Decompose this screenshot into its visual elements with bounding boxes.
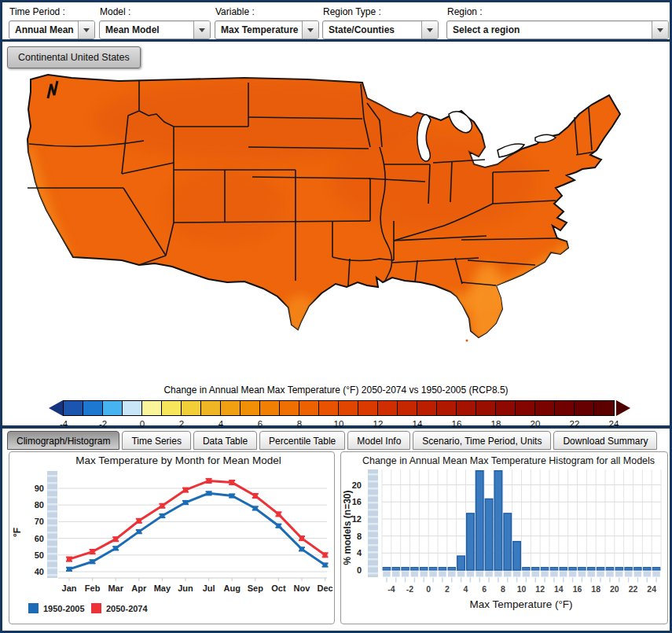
- colorbar-segment: [162, 401, 182, 415]
- bin-base: [550, 572, 557, 577]
- histogram-zero-bar: [634, 568, 641, 571]
- dropdown-3[interactable]: State/Counties: [322, 20, 439, 39]
- colorbar-segment: [555, 401, 575, 415]
- chart-text: Jun: [178, 583, 193, 593]
- colorbar-segment: [142, 401, 162, 415]
- dropdown-arrow-button[interactable]: [193, 21, 210, 39]
- colorbar-tick-label: 2: [179, 419, 184, 429]
- colorbar-left-arrow: [49, 400, 63, 416]
- chart-text: 0: [357, 565, 362, 575]
- bin-base: [383, 572, 390, 577]
- colorbar-segment: [398, 401, 417, 415]
- bin-base: [457, 572, 465, 577]
- dropdown-value: State/Counties: [323, 21, 421, 39]
- chart-text: 40: [35, 567, 44, 576]
- histogram-zero-bar: [429, 568, 436, 571]
- histogram-zero-bar: [560, 568, 567, 571]
- scrollbar-stripe: [368, 502, 378, 504]
- data-marker: [67, 558, 72, 561]
- dropdown-arrow-button[interactable]: [302, 21, 318, 39]
- scrollbar-stripe: [368, 558, 378, 561]
- data-marker: [113, 547, 118, 550]
- histogram-svg: Change in Annual Mean Max Temperature Hi…: [341, 452, 667, 624]
- dropdown-0[interactable]: Annual Mean: [9, 20, 95, 39]
- bin-tick: [582, 578, 583, 583]
- colorbar-segment: [516, 401, 535, 415]
- bin-tick: [647, 578, 648, 583]
- region-tab-continental-us[interactable]: Continental United States: [7, 46, 141, 68]
- colorbar-tick-label: 0: [140, 419, 145, 429]
- data-marker: [323, 564, 328, 567]
- scrollbar-stripe: [368, 551, 378, 554]
- histogram-zero-bar: [615, 568, 622, 571]
- colorbar-segment: [64, 401, 83, 415]
- control-label: Region Type :: [323, 6, 439, 17]
- scrollbar-stripe: [47, 574, 57, 576]
- histogram-bar: [513, 542, 520, 570]
- tab-climograph-histogram[interactable]: Climograph/Histogram: [7, 431, 119, 450]
- colorbar-tick-label: 22: [570, 419, 580, 429]
- scrollbar-stripe: [368, 565, 378, 568]
- chevron-down-icon: [307, 28, 314, 32]
- colorbar-tick-label: 6: [258, 419, 263, 429]
- tab-time-series[interactable]: Time Series: [122, 431, 191, 450]
- colorbar-tick-label: 4: [218, 419, 223, 429]
- histogram-bar: [504, 513, 511, 570]
- climograph-svg: Max Temperature by Month for Mean Model4…: [9, 452, 334, 624]
- bin-tick: [442, 578, 443, 583]
- chart-text: % models (n=30): [342, 490, 353, 565]
- scrollbar-stripe: [368, 473, 378, 476]
- legend-swatch: [28, 603, 39, 613]
- bin-base: [532, 572, 539, 577]
- chart-text: 22: [629, 584, 638, 594]
- dropdown-1[interactable]: Mean Model: [99, 20, 211, 39]
- bin-tick: [572, 578, 574, 583]
- chevron-down-icon: [427, 28, 433, 32]
- bin-base: [606, 572, 613, 577]
- bin-tick: [637, 578, 639, 583]
- chart-text: Mar: [108, 583, 123, 593]
- us-choropleth-map[interactable]: [24, 72, 647, 349]
- tab-percentile-table[interactable]: Percentile Table: [259, 431, 345, 450]
- data-marker: [207, 479, 211, 482]
- chart-text: 70: [35, 517, 44, 526]
- tab-data-table[interactable]: Data Table: [193, 431, 257, 450]
- bin-base: [588, 572, 595, 577]
- chart-text: Jul: [203, 583, 215, 593]
- histogram-bar: [467, 513, 474, 570]
- bin-base: [541, 572, 548, 577]
- bin-base: [504, 572, 511, 577]
- histogram-zero-bar: [569, 568, 576, 571]
- dropdown-2[interactable]: Max Temperature: [215, 20, 319, 39]
- bin-tick: [655, 578, 657, 583]
- florida-keys: [466, 340, 468, 342]
- bin-tick: [600, 578, 601, 583]
- histogram-zero-bar: [532, 568, 539, 571]
- control-bar: Time Period : Annual Mean Model : Mean M…: [2, 2, 670, 42]
- chart-text: 60: [35, 534, 44, 543]
- scrollbar-stripe: [47, 567, 57, 569]
- bin-tick: [479, 578, 481, 583]
- tab-model-info[interactable]: Model Info: [347, 431, 410, 450]
- bin-base: [392, 572, 399, 577]
- dropdown-value: Mean Model: [100, 21, 193, 39]
- data-marker: [160, 504, 164, 507]
- chart-text: -2: [406, 584, 413, 594]
- tab-download-summary[interactable]: Download Summary: [553, 431, 657, 450]
- bin-base: [402, 572, 409, 577]
- scrollbar-stripe: [47, 482, 57, 484]
- dropdown-value: Max Temperature: [215, 21, 302, 39]
- histogram-zero-bar: [597, 568, 604, 571]
- colorbar-tick-label: 20: [531, 419, 541, 429]
- dropdown-arrow-button[interactable]: [78, 21, 94, 39]
- bin-base: [523, 572, 530, 577]
- histogram-zero-bar: [578, 568, 586, 571]
- tab-scenario-time-period-units[interactable]: Scenario, Time Period, Units: [413, 431, 551, 450]
- dropdown-4[interactable]: Select a region: [446, 20, 669, 39]
- colorbar-segment: [358, 401, 378, 415]
- colorbar-segment: [417, 401, 437, 415]
- dropdown-arrow-button[interactable]: [652, 21, 668, 39]
- dropdown-arrow-button[interactable]: [421, 21, 438, 39]
- bin-tick: [461, 578, 462, 583]
- colorbar-segment: [339, 401, 358, 415]
